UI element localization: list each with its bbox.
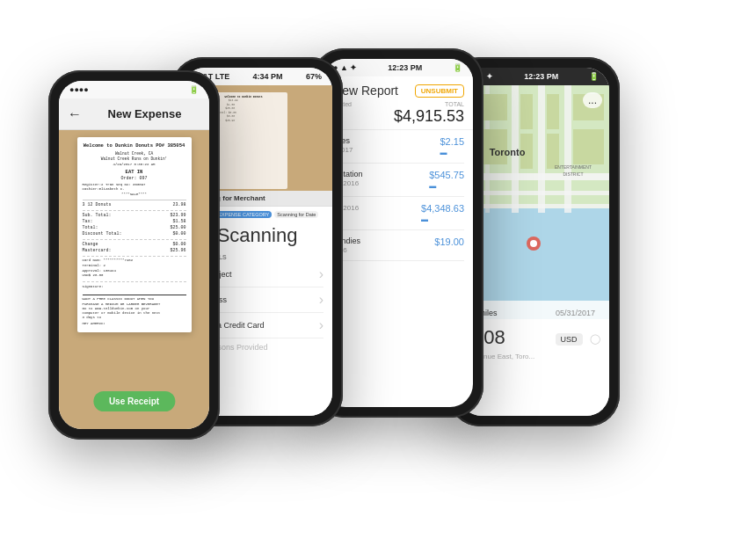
report-item-4-row: Candies 2016 $19.00 (331, 236, 464, 254)
receipt-area: Welcome to Dunkin Donuts PO# 385054 Waln… (59, 130, 209, 429)
receipt-eat-in: EAT IN (83, 169, 186, 176)
report-item-1: miles e 2017 $2.15 ▬ (331, 130, 464, 164)
use-receipt-button[interactable]: Use Receipt (93, 391, 175, 411)
report-labels: bmitted TOTAL (331, 101, 464, 107)
svg-point-21 (530, 240, 537, 247)
phone3-battery: 🔋 (453, 63, 462, 72)
receipt-total-row: Total:$25.00 (83, 225, 186, 231)
phone3-content: View Report UNSUBMIT bmitted TOTAL $4,91… (323, 76, 473, 407)
receipt-tax-row: Tax:$1.58 (83, 219, 186, 225)
svg-rect-11 (520, 94, 533, 129)
phone4-time: 12:23 PM (524, 72, 558, 81)
report-item-3-row: 08, 2016 $4,348.63 ▬ (331, 203, 464, 223)
report-item-2-amount-col: $545.75 ▬ (429, 170, 464, 190)
report-item-4: Candies 2016 $19.00 (331, 230, 464, 261)
receipt-discount-row: Discount Total:$0.00 (83, 231, 186, 237)
report-item-3-amount-col: $4,348.63 ▬ (421, 203, 464, 223)
receipt-promo-header: HEY AMERIC! (83, 322, 186, 327)
phone1-battery: 🔋 (189, 85, 199, 94)
receipt-address: Walnut Creek Runs on Dunkin' (83, 156, 186, 162)
report-item-3: 08, 2016 $4,348.63 ▬ (331, 197, 464, 230)
report-item-4-amount-col: $19.00 (434, 236, 464, 247)
receipt-subtotal-row: Sub. Total:$23.99 (83, 213, 186, 219)
phone1-status-bar: ●●●● 🔋 (59, 81, 209, 98)
receipt-usd: USD$ 26.00 (83, 273, 186, 279)
report-item-2: e Station 17, 2016 $545.75 ▬ (331, 164, 464, 197)
toggle-icon[interactable]: ◯ (590, 333, 600, 344)
total-label: TOTAL (445, 101, 464, 107)
svg-text:DISTRICT: DISTRICT (563, 171, 583, 177)
receipt-title: Welcome to Dunkin Donuts PO# 385054 (83, 142, 186, 149)
report-title-row: View Report UNSUBMIT (331, 84, 464, 98)
svg-rect-14 (547, 134, 559, 169)
phone1: ●●●● 🔋 ← New Expense Welcome to Dunkin D… (48, 70, 220, 440)
phone1-title: New Expense (89, 107, 200, 120)
report-items: miles e 2017 $2.15 ▬ (323, 130, 473, 407)
phone1-header: ← New Expense (59, 98, 209, 130)
unsubmit-button[interactable]: UNSUBMIT (415, 84, 464, 98)
phone3-time: 12:23 PM (388, 63, 422, 72)
svg-text:ENTERTAINMENT: ENTERTAINMENT (555, 164, 592, 170)
phone1-signal: ●●●● (69, 85, 89, 94)
usd-badge: USD (556, 333, 583, 346)
report-item-2-row: e Station 17, 2016 $545.75 ▬ (331, 170, 464, 190)
phone4-battery: 🔋 (589, 72, 599, 81)
receipt-item1: 3 12 Donuts 23.98 (83, 202, 186, 208)
receipt-paper: Welcome to Dunkin Donuts PO# 385054 Waln… (77, 137, 192, 332)
map-currency-usd: USD ◯ (556, 330, 600, 346)
receipt-mastercard-row: Mastercard:$25.96 (83, 248, 186, 254)
receipt-date: 4/29/2017 8:30:22 AM (83, 163, 186, 168)
scan-step2: Scanning for Date (274, 211, 318, 218)
receipt-order: Order: 097 (83, 176, 186, 182)
svg-text:05/31/2017: 05/31/2017 (556, 309, 595, 317)
map-amount-row: 3.08 USD ◯ (468, 326, 600, 349)
map-address-text: r Avenue East, Toro... (468, 353, 600, 360)
phones-container: ●●●● 🔋 ← New Expense Welcome to Dunkin D… (0, 0, 756, 553)
receipt-change-row: Change$0.00 (83, 242, 186, 248)
report-item-1-amount-col: $2.15 ▬ (440, 136, 464, 156)
back-icon[interactable]: ← (68, 106, 82, 122)
phone2-battery: 67% (306, 72, 322, 81)
receipt-sale: ****SALE**** (83, 193, 186, 198)
report-total-amount: $4,915.53 (394, 107, 464, 126)
phone2-time: 4:34 PM (253, 72, 283, 81)
svg-rect-16 (573, 129, 604, 164)
svg-rect-7 (564, 85, 571, 213)
report-total: $4,915.53 (331, 107, 464, 126)
phone3-status-bar: ● ▲ ✦ 12:23 PM 🔋 (323, 59, 473, 76)
receipt-signature-label: Signature: (83, 285, 186, 290)
svg-text:Toronto: Toronto (490, 147, 526, 157)
more-icon[interactable]: ... (583, 92, 602, 108)
svg-rect-13 (547, 94, 559, 129)
receipt-promo-text: WANT A FREE CLASSIC DONUT WHEN YOUPURCHA… (83, 297, 186, 320)
svg-rect-6 (538, 85, 545, 213)
report-header: View Report UNSUBMIT bmitted TOTAL $4,91… (323, 76, 473, 130)
report-item-1-row: miles e 2017 $2.15 ▬ (331, 136, 464, 156)
